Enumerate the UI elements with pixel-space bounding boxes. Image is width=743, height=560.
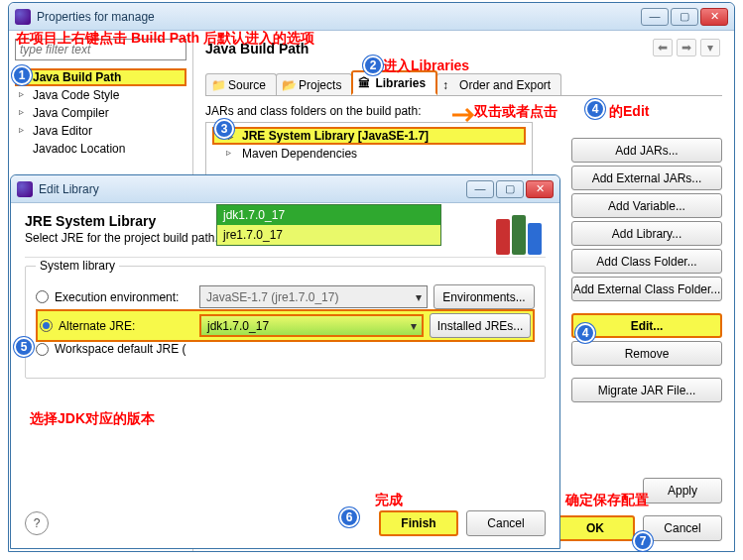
titlebar[interactable]: Properties for manage — ▢ ✕ [9,3,734,31]
annotation-2-text: 进入Libraries [383,57,469,75]
exec-env-row: Execution environment: JavaSE-1.7 (jre1.… [36,284,535,309]
nav-item-javadoc-location[interactable]: Javadoc Location [15,140,186,158]
minimize-button[interactable]: — [466,180,494,198]
close-button[interactable]: ✕ [526,180,554,198]
annotation-3b-text: 的Edit [609,103,649,121]
add-class-folder-button[interactable]: Add Class Folder... [571,249,722,274]
nav-item-java-build-path[interactable]: Java Build Path [15,68,186,86]
cancel-button[interactable]: Cancel [643,515,722,541]
dialog-titlebar[interactable]: Edit Library — ▢ ✕ [11,175,559,203]
tab-source[interactable]: 📁Source [205,73,277,95]
installed-jres-button[interactable]: Installed JREs... [430,313,531,338]
dropdown-item-jre[interactable]: jre1.7.0_17 [217,225,440,245]
maximize-button[interactable]: ▢ [671,8,698,26]
step-badge-4: 4 [585,99,605,119]
jre-dropdown-list[interactable]: jdk1.7.0_17 jre1.7.0_17 [216,204,441,246]
books-icon [494,213,544,259]
workspace-default-row: Workspace default JRE ( [36,342,535,356]
svg-rect-2 [528,223,542,255]
side-button-column: Add JARs... Add External JARs... Add Var… [571,138,722,402]
finish-button[interactable]: Finish [379,510,458,536]
alternate-jre-row: Alternate JRE: jdk1.7.0_17 Installed JRE… [36,309,535,342]
order-export-icon: ↕ [442,78,456,92]
remove-button[interactable]: Remove [571,341,722,366]
nav-item-java-editor[interactable]: Java Editor [15,122,186,140]
help-button[interactable]: ? [25,511,49,535]
eclipse-icon [15,9,31,25]
libraries-icon: 🏛 [358,76,372,90]
annotation-7-text: 确定保存配置 [565,492,649,509]
apply-button[interactable]: Apply [643,478,722,504]
dialog-cancel-button[interactable]: Cancel [466,510,546,536]
annotation-3a-text: 双击或者点击 [474,103,557,121]
lib-jre-system-library[interactable]: JRE System Library [JavaSE-1.7] [212,127,526,145]
environments-button[interactable]: Environments... [433,284,535,309]
step-badge-4b: 4 [575,323,595,343]
ok-button[interactable]: OK [556,515,635,541]
dialog-title: Edit Library [39,182,466,196]
group-title: System library [36,259,119,273]
add-jars-button[interactable]: Add JARs... [571,138,722,163]
workspace-default-label: Workspace default JRE ( [55,342,186,356]
system-library-group: System library Execution environment: Ja… [25,266,546,379]
close-button[interactable]: ✕ [700,8,728,26]
annotation-6-text: 完成 [375,492,403,509]
nav-tree: Java Build Path Java Code Style Java Com… [15,68,186,158]
library-icon [212,147,224,159]
nav-forward-button[interactable]: ➡ [677,39,696,56]
alternate-jre-combo[interactable]: jdk1.7.0_17 [199,314,424,337]
radio-workspace-default[interactable] [36,343,49,356]
add-external-jars-button[interactable]: Add External JARs... [571,166,722,190]
add-library-button[interactable]: Add Library... [571,221,722,246]
step-badge-7: 7 [633,531,653,551]
svg-rect-1 [512,215,526,255]
add-variable-button[interactable]: Add Variable... [571,193,722,218]
step-badge-5: 5 [14,337,34,357]
annotation-1-text: 在项目上右键点击 Build Path 后默认进入的选项 [16,30,314,48]
exec-env-label: Execution environment: [55,290,193,304]
migrate-jar-button[interactable]: Migrate JAR File... [571,378,722,402]
source-icon: 📁 [211,78,225,92]
dropdown-item-jdk[interactable]: jdk1.7.0_17 [217,205,440,225]
lib-maven-dependencies[interactable]: Maven Dependencies [212,145,526,163]
step-badge-6: 6 [339,507,359,527]
tab-projects[interactable]: 📂Projects [276,73,352,95]
nav-back-button[interactable]: ⬅ [653,39,673,56]
tab-order-export[interactable]: ↕Order and Export [436,73,561,95]
nav-item-java-compiler[interactable]: Java Compiler [15,104,186,122]
projects-icon: 📂 [282,78,296,92]
window-title: Properties for manage [37,10,641,24]
step-badge-3: 3 [214,119,234,139]
step-badge-2: 2 [363,56,383,75]
nav-item-java-code-style[interactable]: Java Code Style [15,86,186,104]
nav-menu-button[interactable]: ▾ [700,39,720,56]
minimize-button[interactable]: — [641,8,669,26]
annotation-5-text: 选择JDK对应的版本 [30,410,155,428]
maximize-button[interactable]: ▢ [496,180,524,198]
alternate-jre-label: Alternate JRE: [59,319,193,333]
add-external-class-folder-button[interactable]: Add External Class Folder... [571,277,722,301]
exec-env-combo[interactable]: JavaSE-1.7 (jre1.7.0_17) [199,285,428,308]
svg-rect-0 [496,219,510,255]
radio-alternate-jre[interactable] [40,319,53,332]
eclipse-icon [17,181,33,197]
radio-exec-env[interactable] [36,290,49,303]
step-badge-1: 1 [12,65,32,85]
